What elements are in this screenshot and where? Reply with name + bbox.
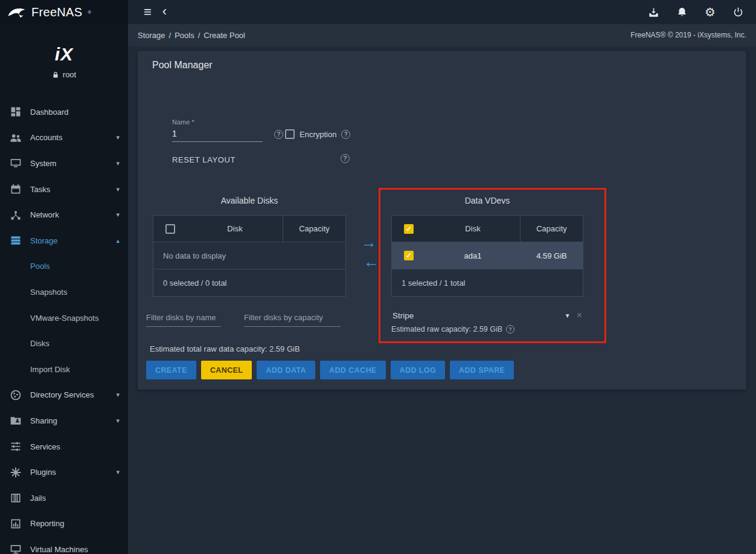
sidebar-nav: Dashboard Accounts ▾ System ▾ Tasks ▾ Ne… (0, 99, 128, 554)
breadcrumb-storage[interactable]: Storage (138, 31, 165, 40)
page-area: Pool Manager Name * ? Encryption ? RESET… (128, 46, 756, 554)
virtual-machines-icon (10, 543, 22, 554)
breadcrumb-create-pool: Create Pool (203, 31, 245, 40)
column-header-disk: Disk (426, 216, 520, 242)
table-row[interactable]: ✓ ada1 4.59 GiB (392, 242, 583, 269)
sidebar-item-vmware-snapshots[interactable]: VMware-Snapshots (0, 305, 128, 331)
disk-capacity-cell: 4.59 GiB (520, 242, 583, 269)
sidebar-item-services[interactable]: Services (0, 434, 128, 460)
sidebar: iX root Dashboard Accounts ▾ System ▾ (0, 24, 128, 554)
user-name: root (63, 70, 76, 79)
row-checkbox[interactable]: ✓ (404, 251, 414, 260)
filter-disks-by-name-input[interactable] (146, 312, 221, 327)
estimated-total-capacity: Estimated total raw data capacity: 2.59 … (150, 344, 300, 353)
sidebar-item-pools[interactable]: Pools (0, 254, 128, 280)
tasks-icon (10, 183, 22, 195)
move-right-arrow-icon[interactable]: → (361, 234, 377, 250)
select-all-checkbox[interactable]: ✓ (404, 224, 414, 234)
clear-icon[interactable]: × (577, 310, 582, 321)
select-all-checkbox[interactable] (165, 224, 175, 234)
plugins-icon (10, 466, 22, 478)
task-manager-icon[interactable] (648, 7, 659, 18)
sidebar-item-snapshots[interactable]: Snapshots (0, 279, 128, 305)
chevron-down-icon: ▾ (116, 468, 120, 476)
settings-gear-icon[interactable]: ⚙ (705, 6, 716, 18)
copyright-text: FreeNAS® © 2019 - iXsystems, Inc. (630, 31, 746, 39)
chevron-down-icon: ▾ (116, 391, 120, 399)
sidebar-item-sharing[interactable]: Sharing ▾ (0, 408, 128, 434)
action-buttons: CREATE CANCEL ADD DATA ADD CACHE ADD LOG… (146, 361, 514, 379)
reporting-icon (10, 518, 22, 530)
back-chevron-icon[interactable]: ‹ (162, 5, 167, 18)
caret-down-icon[interactable]: ▼ (565, 312, 571, 319)
reset-layout-button[interactable]: RESET LAYOUT (172, 155, 235, 164)
sidebar-item-virtual-machines[interactable]: Virtual Machines (0, 536, 128, 554)
move-left-arrow-icon[interactable]: ← (364, 254, 379, 269)
chevron-down-icon: ▾ (116, 417, 120, 425)
encryption-checkbox[interactable] (285, 129, 295, 139)
lock-icon (52, 71, 59, 79)
sidebar-item-disks[interactable]: Disks (0, 330, 128, 356)
encryption-help-icon[interactable]: ? (341, 130, 350, 139)
sidebar-item-directory-services[interactable]: Directory Services ▾ (0, 382, 128, 408)
breadcrumb-pools[interactable]: Pools (175, 31, 194, 40)
sidebar-item-dashboard[interactable]: Dashboard (0, 99, 128, 125)
data-vdevs-table: ✓ Disk Capacity ✓ ada1 4.59 GiB 1 select… (391, 215, 583, 297)
table-header: ✓ Disk Capacity (392, 216, 583, 242)
services-icon (10, 440, 22, 453)
reset-layout-help-icon[interactable]: ? (341, 154, 350, 163)
column-header-disk: Disk (187, 216, 283, 242)
sidebar-item-accounts[interactable]: Accounts ▾ (0, 125, 128, 151)
available-disks-panel: Available Disks Disk Capacity No data to… (153, 196, 346, 297)
disk-name-cell: ada1 (426, 242, 520, 269)
menu-icon[interactable]: ≡ (144, 5, 152, 19)
power-icon[interactable] (732, 7, 744, 18)
chevron-down-icon: ▾ (116, 185, 120, 193)
column-header-capacity: Capacity (520, 216, 583, 242)
vdev-layout-select[interactable]: Stripe ▼ × (391, 310, 583, 321)
sidebar-item-import-disk[interactable]: Import Disk (0, 356, 128, 382)
encryption-field: Encryption ? (285, 129, 350, 139)
sidebar-item-tasks[interactable]: Tasks ▾ (0, 176, 128, 202)
jails-icon (10, 492, 22, 504)
dashboard-icon (10, 106, 22, 118)
check-icon: ✓ (406, 251, 412, 260)
selection-summary: 0 selected / 0 total (153, 269, 345, 296)
sidebar-item-network[interactable]: Network ▾ (0, 202, 128, 228)
add-data-button[interactable]: ADD DATA (257, 361, 315, 379)
pool-manager-card: Pool Manager Name * ? Encryption ? RESET… (138, 51, 746, 390)
create-button[interactable]: CREATE (146, 361, 196, 379)
chevron-down-icon: ▾ (116, 134, 120, 141)
available-disks-table: Disk Capacity No data to display 0 selec… (153, 215, 346, 297)
sidebar-item-storage[interactable]: Storage ▴ (0, 228, 128, 254)
sidebar-item-system[interactable]: System ▾ (0, 150, 128, 176)
accounts-icon (10, 132, 22, 144)
brand-text: FreeNAS (31, 5, 82, 19)
filter-disks-by-capacity-input[interactable] (244, 312, 341, 327)
table-header: Disk Capacity (153, 216, 345, 242)
sidebar-item-reporting[interactable]: Reporting (0, 511, 128, 537)
pool-name-input[interactable] (172, 127, 263, 142)
pool-name-field: Name * (172, 118, 263, 142)
add-spare-button[interactable]: ADD SPARE (450, 361, 514, 379)
sharing-icon (10, 414, 22, 427)
name-help-icon[interactable]: ? (274, 130, 283, 139)
add-cache-button[interactable]: ADD CACHE (320, 361, 386, 379)
breadcrumb: Storage / Pools / Create Pool (138, 31, 245, 40)
brand-mark: ® (88, 10, 91, 15)
freenas-shark-icon (6, 5, 27, 19)
cancel-button[interactable]: CANCEL (201, 361, 252, 379)
capacity-help-icon[interactable]: ? (506, 325, 514, 333)
directory-services-icon (10, 389, 22, 401)
network-icon (10, 209, 22, 221)
add-log-button[interactable]: ADD LOG (391, 361, 445, 379)
notifications-bell-icon[interactable] (676, 7, 688, 18)
sidebar-item-plugins[interactable]: Plugins ▾ (0, 459, 128, 485)
sidebar-item-jails[interactable]: Jails (0, 485, 128, 511)
breadcrumb-bar: Storage / Pools / Create Pool FreeNAS® ©… (128, 24, 756, 46)
check-icon: ✓ (406, 225, 412, 233)
breadcrumb-separator: / (169, 31, 171, 40)
freenas-logo: FreeNAS® (0, 0, 128, 24)
column-header-capacity: Capacity (283, 216, 345, 242)
pool-name-label: Name * (172, 118, 263, 126)
